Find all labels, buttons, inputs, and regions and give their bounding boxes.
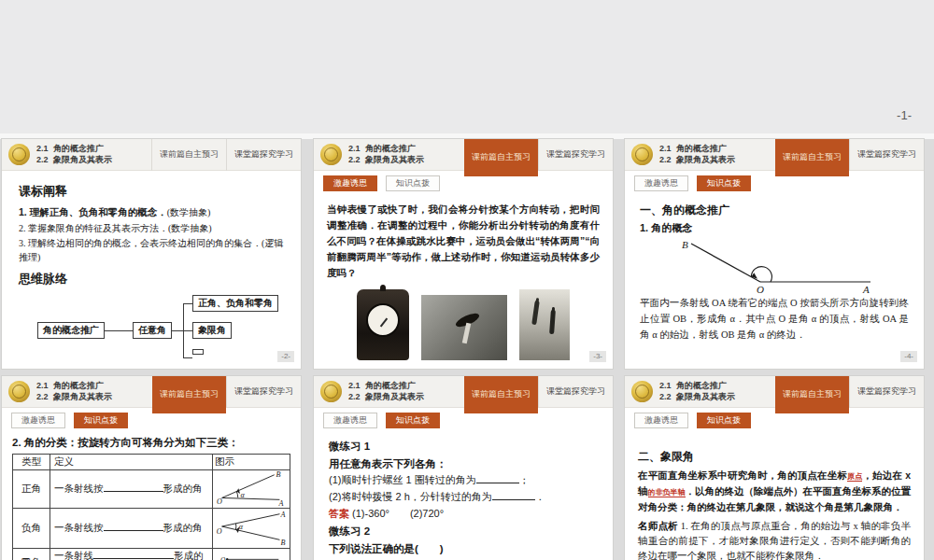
flow-box-branch3 bbox=[192, 349, 204, 355]
flow-box-branch2: 象限角 bbox=[192, 322, 232, 339]
slide-thumbnail-7[interactable]: 2.1角的概念推广 2.2象限角及其表示 课前篇自主预习 课堂篇探究学习 激趣诱… bbox=[625, 376, 924, 560]
gymnast-photo bbox=[421, 295, 507, 360]
svg-text:B: B bbox=[682, 239, 688, 250]
preview-button[interactable]: 课前篇自主预习 bbox=[151, 139, 226, 171]
svg-text:A: A bbox=[862, 284, 870, 294]
svg-text:O: O bbox=[757, 284, 764, 294]
slides-overview: -1- 2.1角的概念推广 2.2象限角及其表示 课前篇自主预习 课堂篇探究学习… bbox=[0, 0, 934, 560]
fill-blank bbox=[492, 492, 535, 500]
course-logo-icon bbox=[631, 381, 653, 402]
course-logo-icon bbox=[8, 381, 30, 402]
slide-content: 微练习 1 用任意角表示下列各角： (1)顺时针拧螺丝 1 圈转过的角为； (2… bbox=[314, 428, 613, 560]
objective-3: 3. 理解终边相同的角的概念，会表示终边相同的角的集合． bbox=[19, 238, 262, 248]
fill-answer: 的非负半轴 bbox=[648, 488, 686, 497]
slide-thumbnail-2[interactable]: 2.1角的概念推广 2.2象限角及其表示 课前篇自主预习 课堂篇探究学习 课标阐… bbox=[2, 139, 301, 369]
section-heading: 2. 角的分类：按旋转方向可将角分为如下三类： bbox=[12, 436, 290, 450]
tab-knowledge[interactable]: 知识点拨 bbox=[697, 413, 751, 428]
slide-header: 2.1角的概念推广 2.2象限角及其表示 课前篇自主预习 课堂篇探究学习 bbox=[625, 139, 924, 171]
tab-warmup[interactable]: 激趣诱思 bbox=[323, 175, 377, 191]
slide-thumbnail-4[interactable]: 2.1角的概念推广 2.2象限角及其表示 课前篇自主预习 课堂篇探究学习 激趣诱… bbox=[625, 139, 924, 369]
preview-button[interactable]: 课前篇自主预习 bbox=[464, 376, 538, 413]
svg-text:O: O bbox=[217, 497, 222, 506]
objective-1: 1. 理解正角、负角和零角的概念． bbox=[19, 206, 167, 217]
positive-angle-diagram: α O A B bbox=[215, 470, 288, 506]
col-header-type: 类型 bbox=[13, 455, 50, 470]
exercise-2-title: 微练习 2 bbox=[329, 524, 598, 539]
flow-box-mid: 任意角 bbox=[133, 322, 172, 339]
col-header-def: 定义 bbox=[50, 455, 213, 470]
section-heading: 二、象限角 bbox=[638, 449, 911, 465]
slide-thumbnail-5[interactable]: 2.1角的概念推广 2.2象限角及其表示 课前篇自主预习 课堂篇探究学习 激趣诱… bbox=[2, 376, 301, 560]
classification-table: 类型 定义 图示 正角 一条射线按形成的角 α O bbox=[12, 454, 290, 560]
answer-line: 答案 (1)-360° (2)720° bbox=[329, 507, 598, 522]
antique-clock-photo bbox=[357, 289, 409, 360]
table-row: 零角 一条射线形成的角 O A bbox=[13, 549, 290, 560]
quadrant-definition: 在平面直角坐标系中研究角时，角的顶点在坐标原点，始边在 x 轴的非负半轴．以角的… bbox=[638, 468, 911, 514]
slide-content: 当钟表慢了或快了时，我们会将分针按某个方向转动，把时间调整准确．在调整的过程中，… bbox=[314, 191, 613, 360]
svg-text:α: α bbox=[239, 523, 244, 531]
svg-text:B: B bbox=[280, 539, 285, 546]
tab-warmup[interactable]: 激趣诱思 bbox=[323, 413, 377, 428]
course-logo-icon bbox=[8, 144, 30, 165]
explore-button[interactable]: 课堂篇探究学习 bbox=[226, 139, 301, 171]
explore-button[interactable]: 课堂篇探究学习 bbox=[538, 376, 613, 408]
tab-knowledge[interactable]: 知识点拨 bbox=[386, 175, 440, 191]
svg-text:O: O bbox=[220, 556, 226, 560]
page-1-bottom-strip: -1- bbox=[0, 0, 934, 133]
col-header-diagram: 图示 bbox=[213, 455, 290, 470]
negative-angle-diagram: α O A B bbox=[215, 509, 288, 546]
page-number-badge: -4- bbox=[900, 351, 917, 362]
course-section-title: 2.1角的概念推广 2.2象限角及其表示 bbox=[348, 381, 424, 402]
tab-warmup[interactable]: 激趣诱思 bbox=[11, 413, 65, 428]
preview-button[interactable]: 课前篇自主预习 bbox=[775, 376, 849, 413]
section-heading: 思维脉络 bbox=[19, 271, 284, 287]
divers-photo bbox=[519, 289, 570, 360]
course-section-title: 2.1角的概念推广 2.2象限角及其表示 bbox=[659, 144, 735, 165]
fill-blank bbox=[104, 483, 163, 492]
exercise-2-prompt: 下列说法正确的是( ) bbox=[329, 541, 598, 557]
angle-diagram: B O A bbox=[667, 238, 882, 294]
tab-knowledge[interactable]: 知识点拨 bbox=[386, 413, 440, 428]
explore-button[interactable]: 课堂篇探究学习 bbox=[849, 139, 924, 171]
slide-thumbnail-3[interactable]: 2.1角的概念推广 2.2象限角及其表示 课前篇自主预习 课堂篇探究学习 激趣诱… bbox=[314, 139, 613, 369]
course-section-title: 2.1角的概念推广 2.2象限角及其表示 bbox=[36, 144, 112, 165]
explore-button[interactable]: 课堂篇探究学习 bbox=[849, 376, 924, 408]
course-logo-icon bbox=[320, 144, 342, 165]
fill-blank bbox=[476, 475, 519, 483]
svg-text:A: A bbox=[277, 499, 283, 506]
flow-box-root: 角的概念推广 bbox=[37, 322, 105, 339]
slide-content: 一、角的概念推广 1. 角的概念 B O A 平面内一条射线 OA 绕着它的端点… bbox=[625, 191, 924, 343]
answer-label: 答案 bbox=[329, 508, 349, 519]
tab-warmup[interactable]: 激趣诱思 bbox=[634, 413, 688, 428]
preview-button[interactable]: 课前篇自主预习 bbox=[464, 139, 538, 176]
course-section-title: 2.1角的概念推广 2.2象限角及其表示 bbox=[348, 144, 424, 165]
photo-row bbox=[327, 289, 600, 360]
objective-2: 2. 掌握象限角的特征及其表示方法． bbox=[19, 223, 168, 233]
explore-button[interactable]: 课堂篇探究学习 bbox=[226, 376, 301, 408]
page-number-badge: -3- bbox=[589, 351, 606, 362]
preview-button[interactable]: 课前篇自主预习 bbox=[775, 139, 849, 176]
explore-button[interactable]: 课堂篇探究学习 bbox=[538, 139, 613, 171]
question-1: (1)顺时针拧螺丝 1 圈转过的角为； bbox=[329, 473, 598, 488]
tab-knowledge[interactable]: 知识点拨 bbox=[697, 175, 751, 191]
slide-header: 2.1角的概念推广 2.2象限角及其表示 课前篇自主预习 课堂篇探究学习 bbox=[625, 376, 924, 408]
svg-text:α: α bbox=[241, 491, 246, 499]
definition-paragraph: 平面内一条射线 OA 绕着它的端点 O 按箭头所示方向旋转到终止位置 OB，形成… bbox=[640, 296, 909, 343]
course-logo-icon bbox=[320, 381, 342, 402]
slide-content: 2. 角的分类：按旋转方向可将角分为如下三类： 类型 定义 图示 正角 一条射线… bbox=[2, 428, 301, 560]
table-row: 正角 一条射线按形成的角 α O A B bbox=[13, 470, 290, 509]
flow-box-branch1: 正角、负角和零角 bbox=[192, 295, 278, 312]
svg-text:O: O bbox=[217, 527, 222, 536]
preview-button[interactable]: 课前篇自主预习 bbox=[152, 376, 226, 413]
question-2: (2)将时钟拨慢 2 h，分针转过的角为． bbox=[329, 490, 598, 505]
slide-thumbnail-6[interactable]: 2.1角的概念推广 2.2象限角及其表示 课前篇自主预习 课堂篇探究学习 激趣诱… bbox=[314, 376, 613, 560]
tab-warmup[interactable]: 激趣诱思 bbox=[634, 175, 688, 191]
tab-knowledge[interactable]: 知识点拨 bbox=[74, 413, 128, 428]
course-logo-icon bbox=[631, 144, 653, 165]
table-row: 负角 一条射线按形成的角 α O A B bbox=[13, 509, 290, 549]
fill-blank bbox=[93, 551, 174, 559]
svg-text:B: B bbox=[276, 470, 281, 479]
fill-blank bbox=[104, 523, 163, 531]
course-section-title: 2.1角的概念推广 2.2象限角及其表示 bbox=[36, 381, 112, 402]
slide-header: 2.1角的概念推广 2.2象限角及其表示 课前篇自主预习 课堂篇探究学习 bbox=[2, 139, 301, 171]
